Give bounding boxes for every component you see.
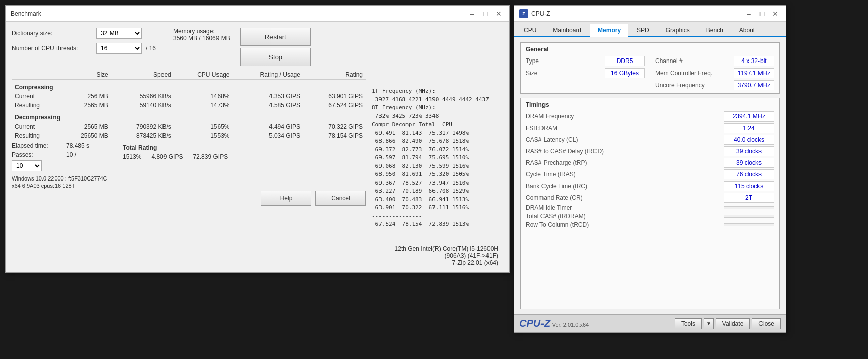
uncore-value: 3790.7 MHz bbox=[734, 80, 774, 90]
compress-current-label: Current bbox=[12, 92, 60, 101]
stop-button[interactable]: Stop bbox=[240, 48, 311, 66]
decompress-current-speed: 790392 KB/s bbox=[112, 122, 174, 131]
compress-resulting-row: Resulting 2565 MB 59140 KB/s 1473% 4.585… bbox=[12, 101, 366, 110]
footer-buttons: Help Cancel bbox=[12, 189, 366, 206]
elapsed-value: 78.485 s bbox=[66, 142, 89, 149]
bottom-section: Elapsed time: 78.485 s Passes: 10 / 10 1… bbox=[12, 142, 366, 171]
timing-row: DRAM Idle Timer bbox=[526, 204, 774, 211]
cpuz-tabs: CPU Mainboard Memory SPD Graphics Bench … bbox=[514, 22, 786, 37]
benchmark-title: Benchmark bbox=[11, 10, 41, 17]
maximize-button[interactable]: □ bbox=[480, 8, 491, 19]
channel-row: Channel # 4 x 32-bit bbox=[655, 56, 774, 66]
timing-value: 40.0 clocks bbox=[724, 135, 774, 145]
help-button[interactable]: Help bbox=[261, 191, 311, 206]
cpu-name-line1: 12th Gen Intel(R) Core(TM) i5-12600H bbox=[395, 245, 498, 252]
cpuz-window-controls: – □ ✕ bbox=[743, 8, 781, 19]
timing-row: DRAM Frequency2394.1 MHz bbox=[526, 111, 774, 122]
tab-bench[interactable]: Bench bbox=[698, 24, 731, 36]
results-area: Size Speed CPU Usage Rating / Usage Rati… bbox=[12, 70, 503, 246]
benchmark-titlebar: Benchmark – □ ✕ bbox=[6, 6, 509, 22]
compress-resulting-rating-usage: 4.585 GIPS bbox=[233, 101, 303, 110]
passes-label: Passes: bbox=[12, 151, 62, 158]
cpuz-maximize-button[interactable]: □ bbox=[756, 8, 768, 19]
compress-current-size: 256 MB bbox=[60, 92, 111, 101]
cpu-name-line2: (906A3) (41F->41F) bbox=[445, 252, 498, 259]
freq-data: 1T Frequency (MHz): 3927 4168 4221 4390 … bbox=[372, 87, 503, 229]
timing-row: Row To Column (tRCD) bbox=[526, 221, 774, 228]
minimize-button[interactable]: – bbox=[467, 8, 478, 19]
cancel-button[interactable]: Cancel bbox=[315, 191, 366, 206]
passes-select[interactable]: 10 1 5 bbox=[12, 160, 42, 171]
memory-usage-value: 3560 MB / 16069 MB bbox=[173, 35, 230, 42]
timing-label: DRAM Idle Timer bbox=[526, 204, 572, 211]
cpu-threads-row: Number of CPU threads: 16 8 4 / 16 bbox=[12, 43, 163, 54]
restart-button[interactable]: Restart bbox=[240, 28, 311, 46]
total-rating-percent: 1513% bbox=[123, 153, 141, 160]
cpu-threads-select[interactable]: 16 8 4 bbox=[96, 43, 142, 54]
cpuz-close-button[interactable]: ✕ bbox=[770, 8, 781, 19]
elapsed-passes: Elapsed time: 78.485 s Passes: 10 / 10 1… bbox=[12, 142, 113, 171]
timing-label: RAS# to CAS# Delay (tRCD) bbox=[526, 148, 604, 155]
decompress-current-rating: 70.322 GIPS bbox=[303, 122, 366, 131]
type-row: Type DDR5 bbox=[526, 56, 645, 66]
decompress-current-rating-usage: 4.494 GIPS bbox=[233, 122, 303, 131]
decompress-resulting-row: Resulting 25650 MB 878425 KB/s 1553% 5.0… bbox=[12, 131, 366, 140]
decompress-resulting-rating: 78.154 GIPS bbox=[303, 131, 366, 140]
cpuz-footer: CPU-Z Ver. 2.01.0.x64 Tools ▼ Validate C… bbox=[514, 314, 786, 332]
elapsed-row: Elapsed time: 78.485 s bbox=[12, 142, 113, 149]
tab-mainboard[interactable]: Mainboard bbox=[545, 24, 589, 36]
tab-cpu[interactable]: CPU bbox=[516, 24, 544, 36]
tools-dropdown-button[interactable]: ▼ bbox=[704, 318, 714, 329]
timing-row: RAS# Precharge (tRP)39 clocks bbox=[526, 158, 774, 168]
memory-info: Memory usage: 3560 MB / 16069 MB bbox=[173, 28, 230, 42]
tab-about[interactable]: About bbox=[732, 24, 763, 36]
validate-button[interactable]: Validate bbox=[716, 318, 750, 329]
cpuz-brand: CPU-Z bbox=[519, 318, 550, 329]
uncore-label: Uncore Frequency bbox=[655, 82, 705, 89]
compress-resulting-size: 2565 MB bbox=[60, 101, 111, 110]
decompress-resulting-label: Resulting bbox=[12, 131, 60, 140]
timings-section: Timings DRAM Frequency2394.1 MHzFSB:DRAM… bbox=[520, 98, 780, 309]
general-info: Type DDR5 Channel # 4 x 32-bit Size 16 G… bbox=[526, 56, 774, 90]
dictionary-label: Dictionary size: bbox=[12, 30, 92, 37]
passes-select-row: 10 1 5 bbox=[12, 160, 113, 171]
cpuz-title-text: CPU-Z bbox=[531, 10, 550, 17]
passes-row: Passes: 10 / bbox=[12, 151, 113, 158]
tab-spd[interactable]: SPD bbox=[629, 24, 657, 36]
timing-row: Command Rate (CR)2T bbox=[526, 193, 774, 203]
cpuz-brand-area: CPU-Z Ver. 2.01.0.x64 bbox=[519, 318, 589, 329]
decompress-resulting-size: 25650 MB bbox=[60, 131, 111, 140]
decompress-current-cpu: 1565% bbox=[174, 122, 233, 131]
timing-label: RAS# Precharge (tRP) bbox=[526, 159, 587, 166]
dictionary-select[interactable]: 32 MB 64 MB 128 MB bbox=[96, 28, 142, 39]
timing-row: Bank Cycle Time (tRC)115 clocks bbox=[526, 181, 774, 191]
cpuz-memory-content: General Type DDR5 Channel # 4 x 32-bit S… bbox=[514, 37, 786, 314]
tab-graphics[interactable]: Graphics bbox=[658, 24, 697, 36]
results-table: Size Speed CPU Usage Rating / Usage Rati… bbox=[12, 70, 366, 140]
close-button[interactable]: ✕ bbox=[493, 8, 504, 19]
cpu-info-text: 12th Gen Intel(R) Core(TM) i5-12600H (90… bbox=[395, 245, 498, 259]
mem-ctrl-label: Mem Controller Freq. bbox=[655, 70, 712, 77]
mem-ctrl-row: Mem Controller Freq. 1197.1 MHz bbox=[655, 68, 774, 78]
timing-row: CAS# Latency (CL)40.0 clocks bbox=[526, 135, 774, 145]
timings-title: Timings bbox=[526, 101, 774, 108]
size-label: Size bbox=[526, 70, 566, 77]
footer-info: Windows 10.0 22000 : f:5F310C2774C x64 6… bbox=[12, 175, 366, 189]
decompress-current-size: 2565 MB bbox=[60, 122, 111, 131]
total-rating-section: Total Rating 1513% 4.809 GIPS 72.839 GIP… bbox=[123, 142, 228, 171]
cpu-threads-label: Number of CPU threads: bbox=[12, 45, 92, 52]
memory-usage-label: Memory usage: bbox=[173, 28, 230, 35]
close-cpuz-button[interactable]: Close bbox=[752, 318, 781, 329]
total-rating-label: Total Rating bbox=[123, 144, 228, 151]
passes-value: 10 / bbox=[66, 151, 76, 158]
tools-button[interactable]: Tools bbox=[675, 318, 702, 329]
cpuz-minimize-button[interactable]: – bbox=[743, 8, 754, 19]
timing-row: Total CAS# (tRDRAM) bbox=[526, 213, 774, 220]
timing-label: DRAM Frequency bbox=[526, 113, 574, 120]
general-grid: Type DDR5 Channel # 4 x 32-bit Size 16 G… bbox=[526, 56, 774, 90]
timing-value: 39 clocks bbox=[724, 146, 774, 156]
tab-memory[interactable]: Memory bbox=[590, 24, 628, 37]
timing-label: Total CAS# (tRDRAM) bbox=[526, 213, 586, 220]
window-controls: – □ ✕ bbox=[467, 8, 504, 19]
cpuz-footer-buttons: Tools ▼ Validate Close bbox=[675, 318, 781, 329]
